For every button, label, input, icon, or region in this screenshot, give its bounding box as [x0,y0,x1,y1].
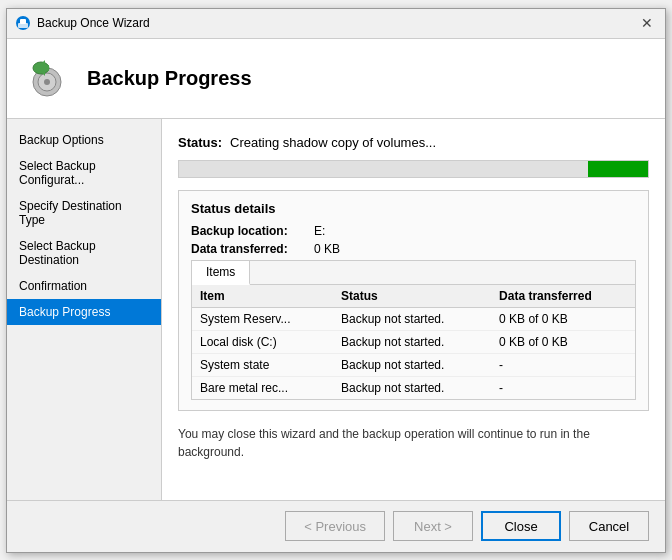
table-row: System stateBackup not started.- [192,353,635,376]
table-cell-item: Local disk (C:) [192,330,333,353]
data-transferred-row: Data transferred: 0 KB [191,242,636,256]
table-cell-data: - [491,376,635,399]
table-cell-item: Bare metal rec... [192,376,333,399]
table-cell-status: Backup not started. [333,330,491,353]
table-row: Bare metal rec...Backup not started.- [192,376,635,399]
next-button[interactable]: Next > [393,511,473,541]
table-cell-item: System Reserv... [192,307,333,330]
header: Backup Progress [7,39,665,119]
progress-bar-fill [588,161,648,177]
col-data-transferred: Data transferred [491,285,635,308]
backup-location-row: Backup location: E: [191,224,636,238]
sidebar-item[interactable]: Confirmation [7,273,161,299]
table-cell-status: Backup not started. [333,307,491,330]
status-details-title: Status details [191,201,636,216]
data-transferred-label: Data transferred: [191,242,306,256]
status-value: Creating shadow copy of volumes... [230,135,436,150]
backup-location-label: Backup location: [191,224,306,238]
table-cell-item: System state [192,353,333,376]
table-cell-status: Backup not started. [333,376,491,399]
items-table: Item Status Data transferred System Rese… [192,285,635,399]
header-icon [23,54,71,102]
page-title: Backup Progress [87,67,252,90]
table-cell-data: 0 KB of 0 KB [491,307,635,330]
tab-header: Items [192,261,635,285]
status-details-box: Status details Backup location: E: Data … [178,190,649,411]
items-tabs: Items Item Status Data transferred Syste… [191,260,636,400]
close-window-button[interactable]: ✕ [637,13,657,33]
previous-button[interactable]: < Previous [285,511,385,541]
title-bar-left: Backup Once Wizard [15,15,150,31]
backup-location-value: E: [314,224,325,238]
cancel-button[interactable]: Cancel [569,511,649,541]
svg-point-5 [44,79,50,85]
sidebar: Backup OptionsSelect Backup Configurat..… [7,119,162,500]
title-bar-text: Backup Once Wizard [37,16,150,30]
svg-rect-2 [18,23,28,28]
sidebar-item[interactable]: Select Backup Destination [7,233,161,273]
sidebar-item[interactable]: Backup Progress [7,299,161,325]
table-cell-status: Backup not started. [333,353,491,376]
col-status: Status [333,285,491,308]
progress-bar [178,160,649,178]
sidebar-item[interactable]: Backup Options [7,127,161,153]
wizard-window: Backup Once Wizard ✕ Backup Progress Bac… [6,8,666,553]
tab-items[interactable]: Items [192,261,250,285]
table-row: Local disk (C:)Backup not started.0 KB o… [192,330,635,353]
table-header-row: Item Status Data transferred [192,285,635,308]
sidebar-item[interactable]: Specify Destination Type [7,193,161,233]
data-transferred-value: 0 KB [314,242,340,256]
col-item: Item [192,285,333,308]
backup-icon [23,54,71,102]
content-area: Backup OptionsSelect Backup Configurat..… [7,119,665,500]
status-row: Status: Creating shadow copy of volumes.… [178,135,649,150]
table-row: System Reserv...Backup not started.0 KB … [192,307,635,330]
status-label: Status: [178,135,222,150]
app-icon [15,15,31,31]
sidebar-item[interactable]: Select Backup Configurat... [7,153,161,193]
main-content: Status: Creating shadow copy of volumes.… [162,119,665,500]
title-bar: Backup Once Wizard ✕ [7,9,665,39]
close-button[interactable]: Close [481,511,561,541]
info-text: You may close this wizard and the backup… [178,425,649,461]
footer: < Previous Next > Close Cancel [7,500,665,552]
table-cell-data: 0 KB of 0 KB [491,330,635,353]
table-cell-data: - [491,353,635,376]
